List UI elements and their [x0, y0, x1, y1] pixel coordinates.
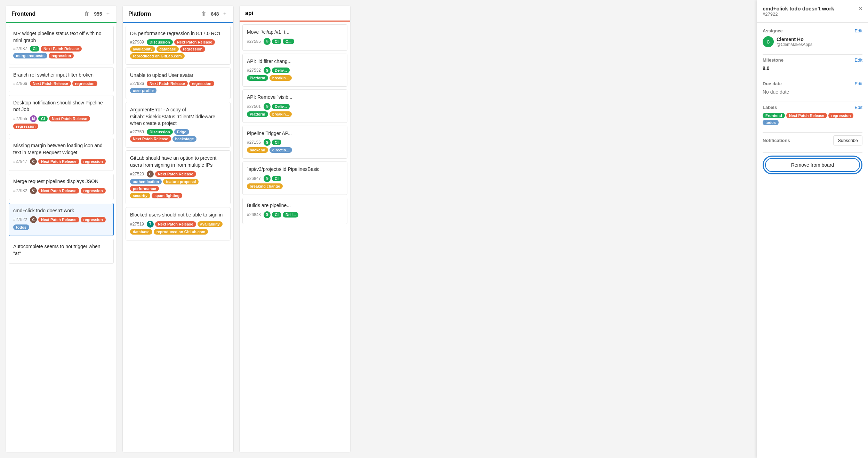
card-27932[interactable]: Merge request pipelines displays JSON #2…: [9, 174, 114, 200]
assignee-details: Clement Ho @ClemMakesApps: [777, 37, 812, 47]
card-autocomplete[interactable]: Autocomplete seems to not trigger when "…: [9, 239, 114, 263]
assignee-avatar: C: [763, 36, 774, 47]
label-reg-27989: regression: [180, 46, 205, 52]
label-spam-27520: spam fighting: [152, 193, 182, 198]
card-labels-27987: merge requests regression: [13, 53, 109, 58]
label-ci-27955: CI: [38, 116, 48, 121]
label-feat-27520: feature proposal: [163, 179, 199, 184]
card-26847[interactable]: `api/v3/projects/:id PipelinesBasic #268…: [242, 161, 347, 195]
label-next-patch-27922: Next Patch Release: [38, 217, 79, 222]
label-deliv-27532: Deliv...: [272, 68, 290, 73]
side-panel-issue-id: #27922: [763, 11, 837, 17]
due-date-value: No due date: [763, 89, 862, 95]
add-card-frontend[interactable]: +: [105, 10, 111, 18]
label-regression-27932: regression: [81, 188, 106, 194]
card-26843[interactable]: Builds are pipeline... #26843 G CI Deli.…: [242, 198, 347, 224]
due-date-edit-button[interactable]: Edit: [855, 81, 862, 86]
card-meta-26843: #26843 G CI Deli...: [247, 211, 343, 218]
card-27947[interactable]: Missing margin between loading icon and …: [9, 138, 114, 171]
card-id-27987: #27987: [13, 46, 27, 51]
milestone-edit-button[interactable]: Edit: [855, 57, 862, 63]
card-labels3-27520: security spam fighting: [130, 193, 226, 198]
milestone-value: 9.0: [763, 65, 862, 71]
column-actions-platform: 🗑 648 +: [200, 10, 228, 18]
card-id-27759: #27759: [130, 129, 144, 134]
card-27987[interactable]: MR widget pipeline status text off with …: [9, 26, 114, 64]
label-next-patch-27936: Next Patch Release: [147, 81, 188, 86]
card-27966[interactable]: Branch ref switcher input filter broken …: [9, 67, 114, 92]
side-panel-content: Assignee Edit C Clement Ho @ClemMakesApp…: [757, 23, 868, 458]
label-next-patch-27932: Next Patch Release: [38, 188, 79, 194]
card-27501[interactable]: API: Remove `visib... #27501 G Deliv... …: [242, 89, 347, 123]
card-title-27989: DB performance regression in 8.17.0 RC1: [130, 30, 226, 37]
assignee-edit-button[interactable]: Edit: [855, 28, 862, 33]
avatar-27585: G: [264, 38, 271, 45]
avatar-27520: C: [147, 171, 154, 177]
card-title-27932: Merge request pipelines displays JSON: [13, 178, 109, 185]
card-27156[interactable]: Pipeline Trigger AP... #27156 G CI backe…: [242, 126, 347, 159]
card-labels2-27520: authentication feature proposal performa…: [130, 179, 226, 191]
column-frontend: Frontend 🗑 955 + MR widget pipeline stat…: [6, 6, 117, 452]
card-meta-27585: #27585 G CI C...: [247, 38, 343, 45]
trash-icon-frontend[interactable]: 🗑: [83, 10, 91, 18]
label-perf-27520: performance: [130, 186, 159, 191]
card-27922[interactable]: cmd+click todo doesn't work #27922 C Nex…: [9, 203, 114, 236]
card-meta-27520: #27520 C Next Patch Release: [130, 171, 226, 177]
card-id-27966: #27966: [13, 81, 27, 86]
label-ci-27585: CI: [272, 39, 281, 44]
card-27520[interactable]: GitLab should have an option to prevent …: [126, 150, 231, 204]
assignee-name: Clement Ho: [777, 37, 812, 42]
trash-icon-platform[interactable]: 🗑: [200, 10, 208, 18]
subscribe-button[interactable]: Subscribe: [833, 135, 862, 145]
card-title-26847: `api/v3/projects/:id PipelinesBasic: [247, 166, 343, 173]
label-next-patch-27966: Next Patch Release: [30, 81, 71, 86]
card-title-26843: Builds are pipeline...: [247, 202, 343, 209]
card-title-27520: GitLab should have an option to prevent …: [130, 155, 226, 168]
column-count-platform: 648: [211, 11, 219, 17]
card-labels2-26847: breaking change: [247, 183, 343, 189]
label-regression-27922: regression: [81, 217, 106, 222]
card-27759[interactable]: ArgumentError - A copy of Gitlab::Sideki…: [126, 102, 231, 148]
avatar-27156: G: [264, 139, 271, 146]
column-title-frontend: Frontend: [11, 11, 80, 17]
column-platform: Platform 🗑 648 + DB performance regressi…: [122, 6, 234, 452]
card-title-autocomplete: Autocomplete seems to not trigger when "…: [13, 243, 109, 257]
remove-from-board-button[interactable]: Remove from board: [765, 158, 860, 172]
card-title-27532: API: iid filter chang...: [247, 58, 343, 65]
label-next-patch-27989: Next Patch Release: [174, 39, 215, 45]
label-breaking-change-26847: breaking change: [247, 183, 283, 189]
label-backstage-27759: backstage: [172, 136, 197, 142]
column-actions-frontend: 🗑 955 +: [83, 10, 111, 18]
label-avail-27989: availability: [130, 46, 155, 52]
label-ci-26843: CI: [272, 212, 281, 218]
label-deli-26843: Deli...: [283, 212, 298, 218]
label-reg-27936: regression: [189, 81, 214, 86]
label-platform-27532: Platform: [247, 75, 268, 81]
label-next-patch-27520: Next Patch Release: [155, 171, 196, 177]
card-title-27987: MR widget pipeline status text off with …: [13, 30, 109, 44]
card-meta-27947: #27947 C Next Patch Release regression: [13, 158, 109, 165]
card-27955[interactable]: Desktop notification should show Pipelin…: [9, 95, 114, 135]
label-frontend-panel: Frontend: [763, 113, 785, 118]
card-labels2-27989: availability database regression: [130, 46, 226, 52]
card-27936[interactable]: Unable to upload User avatar #27936 Next…: [126, 68, 231, 100]
assignee-section: Assignee Edit C Clement Ho @ClemMakesApp…: [763, 28, 862, 47]
labels-edit-button[interactable]: Edit: [855, 105, 862, 110]
card-labels2-27936: user profile: [130, 88, 226, 93]
card-27519[interactable]: Blocked users should not be able to sign…: [126, 207, 231, 240]
card-27532[interactable]: API: iid filter chang... #27532 G Deliv.…: [242, 54, 347, 87]
label-dir-27156: directio...: [270, 147, 292, 153]
card-27585[interactable]: Move `/ci/api/v1` t... #27585 G CI C...: [242, 24, 347, 51]
card-id-27585: #27585: [247, 39, 261, 44]
avatar-26843: G: [264, 211, 271, 218]
label-db-27989: database: [156, 46, 179, 52]
card-title-27955: Desktop notification should show Pipelin…: [13, 100, 109, 113]
side-panel-close-button[interactable]: ×: [859, 6, 862, 12]
card-meta-27532: #27532 G Deliv...: [247, 67, 343, 74]
add-card-platform[interactable]: +: [222, 10, 228, 18]
card-title-27922: cmd+click todo doesn't work: [13, 207, 109, 214]
card-27989[interactable]: DB performance regression in 8.17.0 RC1 …: [126, 26, 231, 65]
assignee-label: Assignee: [763, 28, 783, 33]
column-header-frontend: Frontend 🗑 955 +: [6, 6, 116, 23]
label-merge-requests: merge requests: [13, 53, 47, 58]
